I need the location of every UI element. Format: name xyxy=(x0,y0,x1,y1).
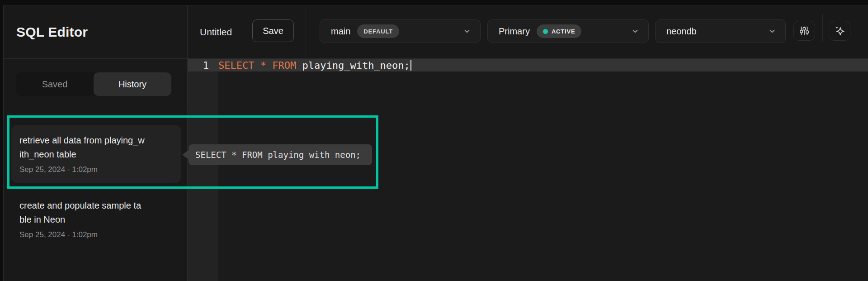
history-item-title: retrieve all data from playing_w xyxy=(19,133,173,148)
text-cursor xyxy=(410,60,411,71)
history-item[interactable]: create and populate sample ta ble in Neo… xyxy=(19,199,182,239)
branch-select[interactable]: main DEFAULT xyxy=(320,19,481,43)
line-number: 1 xyxy=(188,60,218,71)
tooltip-arrow-icon xyxy=(182,150,189,159)
icon-group-divider xyxy=(822,14,823,41)
chevron-down-icon xyxy=(631,27,639,35)
branch-select-value: main xyxy=(331,26,350,37)
sidebar-tabs: Saved History xyxy=(16,72,171,96)
database-select-value: neondb xyxy=(666,26,697,37)
history-item-title: ith_neon table xyxy=(19,148,173,162)
page-title: SQL Editor xyxy=(16,5,88,58)
compute-select-value: Primary xyxy=(499,26,530,37)
database-select[interactable]: neondb xyxy=(655,19,786,43)
code-editor[interactable] xyxy=(188,59,868,281)
tab-history[interactable]: History xyxy=(94,72,171,96)
header-section-divider xyxy=(306,5,306,58)
history-item-title: ble in Neon xyxy=(19,213,182,227)
compute-select[interactable]: Primary ACTIVE xyxy=(487,19,649,43)
tab-saved[interactable]: Saved xyxy=(16,72,94,96)
status-dot-icon xyxy=(543,29,548,34)
history-item-title: create and populate sample ta xyxy=(19,199,182,213)
history-item-selected[interactable]: retrieve all data from playing_w ith_neo… xyxy=(11,125,181,183)
active-badge: ACTIVE xyxy=(537,24,581,38)
ai-assist-button[interactable] xyxy=(829,21,850,41)
active-badge-label: ACTIVE xyxy=(552,28,575,35)
sidebar-divider xyxy=(187,5,188,281)
editor-gutter xyxy=(188,59,218,281)
history-item-timestamp: Sep 25, 2024 - 1:02pm xyxy=(19,165,173,174)
history-item-timestamp: Sep 25, 2024 - 1:02pm xyxy=(19,230,182,239)
sql-code: playing_with_neon; xyxy=(296,60,410,71)
sparkle-icon xyxy=(833,24,846,37)
header-divider xyxy=(3,58,868,59)
query-title: Untitled xyxy=(200,5,232,58)
sliders-icon xyxy=(798,25,810,37)
save-button[interactable]: Save xyxy=(252,19,294,42)
sql-preview-tooltip: SELECT * FROM playing_with_neon; xyxy=(189,144,372,165)
settings-sliders-button[interactable] xyxy=(793,21,815,41)
chevron-down-icon xyxy=(768,27,776,35)
sql-editor-app: SQL Editor Untitled Save main DEFAULT Pr… xyxy=(0,0,868,281)
chevron-down-icon xyxy=(463,27,471,35)
sql-keyword: SELECT * FROM xyxy=(218,60,296,71)
default-badge: DEFAULT xyxy=(357,24,399,38)
sidebar-section-divider xyxy=(3,111,187,111)
editor-active-line[interactable]: 1SELECT * FROM playing_with_neon; xyxy=(188,59,868,71)
